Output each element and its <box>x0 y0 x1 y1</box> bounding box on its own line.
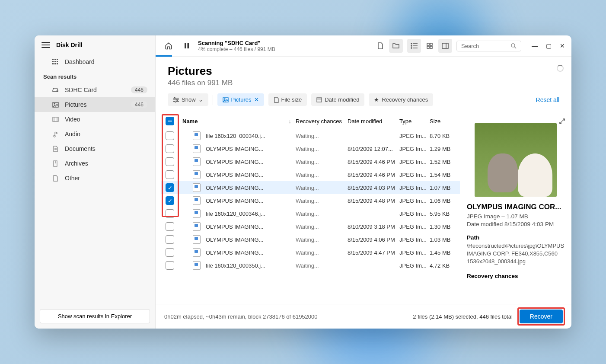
nav-section-scan-results: Scan results <box>35 69 155 83</box>
list-view-button[interactable] <box>407 39 421 53</box>
maximize-button[interactable]: ▢ <box>545 42 552 49</box>
table-row[interactable]: OLYMPUS IMAGING... Waiting... 8/10/2009 … <box>161 142 460 155</box>
grid-view-button[interactable] <box>423 39 437 53</box>
column-date[interactable]: Date modified <box>348 118 399 125</box>
sidebar-item-audio[interactable]: Audio <box>35 127 155 141</box>
file-name: OLYMPUS IMAGING... <box>206 236 263 243</box>
topbar: Scanning "SDHC Card" 4% complete – 446 f… <box>156 35 571 57</box>
table-row[interactable]: ✓ OLYMPUS IMAGING... Waiting... 8/15/200… <box>161 194 460 207</box>
column-type[interactable]: Type <box>399 118 430 125</box>
row-checkbox[interactable] <box>166 170 174 179</box>
file-date: 8/15/2009 4:48 PM <box>348 198 399 204</box>
svg-rect-29 <box>430 43 432 45</box>
sidebar-item-label: SDHC Card <box>65 86 97 93</box>
file-icon <box>193 209 201 218</box>
file-size-filter-button[interactable]: File size <box>268 93 307 106</box>
preview-type-size: JPEG Image – 1.07 MB <box>467 213 565 220</box>
table-row[interactable]: file 160x120_000350.j... Waiting... JPEG… <box>161 259 460 272</box>
folder-view-button[interactable] <box>389 39 403 53</box>
row-checkbox[interactable] <box>166 157 174 166</box>
svg-line-35 <box>514 47 516 48</box>
date-modified-filter-button[interactable]: Date modified <box>311 93 364 106</box>
table-row[interactable]: file 160x120_000346.j... Waiting... JPEG… <box>161 207 460 220</box>
row-checkbox[interactable]: ✓ <box>166 196 174 205</box>
panel-view-button[interactable] <box>438 39 452 53</box>
sidebar-item-documents[interactable]: Documents <box>35 141 155 156</box>
file-size: 1.03 MB <box>430 236 460 243</box>
svg-rect-21 <box>188 43 189 48</box>
show-filter-button[interactable]: Show ⌄ <box>168 93 208 106</box>
svg-rect-12 <box>53 117 58 121</box>
row-checkbox[interactable] <box>166 209 174 218</box>
row-checkbox[interactable] <box>166 131 174 140</box>
sidebar-item-label: Pictures <box>65 101 87 108</box>
file-size: 1.06 MB <box>430 198 460 204</box>
star-icon: ★ <box>374 96 379 103</box>
sidebar-item-label: Archives <box>65 160 88 167</box>
file-icon <box>193 131 201 140</box>
sidebar-item-video[interactable]: Video <box>35 112 155 127</box>
sort-arrow-icon: ↓ <box>289 118 292 125</box>
recover-button[interactable]: Recover <box>520 310 563 323</box>
file-recovery: Waiting... <box>296 236 348 243</box>
recovery-chances-filter-button[interactable]: ★ Recovery chances <box>369 93 433 106</box>
table-row[interactable]: OLYMPUS IMAGING... Waiting... 8/15/2009 … <box>161 155 460 168</box>
column-name[interactable]: Name↓ <box>179 118 296 125</box>
table-row[interactable]: OLYMPUS IMAGING... Waiting... 8/15/2009 … <box>161 233 460 246</box>
file-view-button[interactable] <box>373 39 387 53</box>
svg-rect-5 <box>57 61 58 62</box>
row-checkbox[interactable] <box>166 261 174 270</box>
row-checkbox[interactable] <box>166 248 174 257</box>
svg-point-26 <box>411 48 412 48</box>
document-icon <box>52 145 59 152</box>
search-box[interactable] <box>456 41 521 51</box>
file-icon <box>193 144 201 153</box>
sidebar-item-sdhc-card[interactable]: SDHC Card446 <box>35 83 155 97</box>
table-header: Name↓ Recovery chances Date modified Typ… <box>161 113 460 129</box>
preview-filename: OLYMPUS IMAGING COR... <box>467 203 565 211</box>
minimize-button[interactable]: — <box>532 42 538 49</box>
sidebar-item-label: Video <box>65 116 80 123</box>
reset-all-link[interactable]: Reset all <box>536 96 559 103</box>
menu-icon[interactable] <box>41 42 50 48</box>
audio-icon <box>52 131 59 137</box>
table-row[interactable]: OLYMPUS IMAGING... Waiting... 8/15/2009 … <box>161 168 460 181</box>
sidebar-item-pictures[interactable]: Pictures446 <box>35 97 155 112</box>
svg-rect-44 <box>317 98 322 102</box>
select-all-checkbox[interactable] <box>166 117 174 125</box>
home-button[interactable] <box>162 39 175 53</box>
sidebar: Disk Drill Dashboard Scan results SDHC C… <box>35 35 156 329</box>
table-row[interactable]: OLYMPUS IMAGING... Waiting... 8/15/2009 … <box>161 246 460 259</box>
sidebar-item-archives[interactable]: Archives <box>35 156 155 171</box>
file-date: 8/15/2009 4:46 PM <box>348 172 399 178</box>
search-input[interactable] <box>461 43 511 49</box>
file-type: JPEG Im... <box>399 236 430 243</box>
archive-icon <box>52 160 59 167</box>
file-recovery: Waiting... <box>296 172 348 178</box>
show-in-explorer-button[interactable]: Show scan results in Explorer <box>40 309 150 323</box>
sidebar-header: Disk Drill <box>35 35 155 54</box>
row-checkbox[interactable] <box>166 222 174 231</box>
sidebar-item-other[interactable]: Other <box>35 171 155 185</box>
row-checkbox[interactable] <box>166 235 174 244</box>
close-icon[interactable]: ✕ <box>254 96 259 103</box>
pictures-filter-chip[interactable]: Pictures ✕ <box>217 93 264 106</box>
close-button[interactable]: ✕ <box>559 42 565 49</box>
row-checkbox[interactable] <box>166 144 174 153</box>
row-checkbox[interactable]: ✓ <box>166 183 174 192</box>
file-date: 8/15/2009 4:47 PM <box>348 249 399 256</box>
table-row[interactable]: file 160x120_000340.j... Waiting... JPEG… <box>161 129 460 142</box>
file-size: 1.29 MB <box>430 146 460 152</box>
column-size[interactable]: Size <box>430 118 460 125</box>
expand-icon[interactable] <box>559 118 565 125</box>
table-row[interactable]: ✓ OLYMPUS IMAGING... Waiting... 8/15/200… <box>161 181 460 194</box>
file-type: JPEG Im... <box>399 185 430 191</box>
scan-title: Scanning "SDHC Card" <box>198 40 275 46</box>
file-date: 8/10/2009 3:18 PM <box>348 224 399 230</box>
nav-dashboard-label: Dashboard <box>65 58 95 65</box>
column-recovery[interactable]: Recovery chances <box>296 118 348 125</box>
pause-button[interactable] <box>180 39 194 53</box>
svg-point-9 <box>57 91 57 92</box>
nav-dashboard[interactable]: Dashboard <box>35 54 155 69</box>
table-row[interactable]: OLYMPUS IMAGING... Waiting... 8/10/2009 … <box>161 220 460 233</box>
